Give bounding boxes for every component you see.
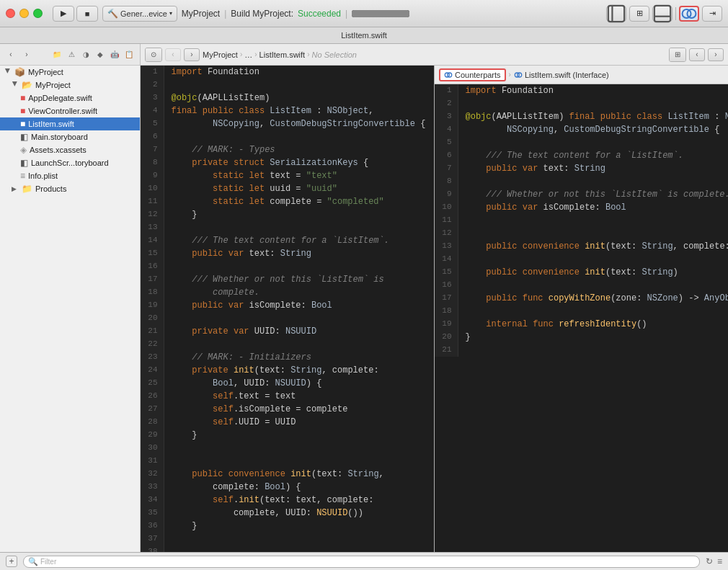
warning-icon[interactable]: ⚠ [65, 49, 78, 61]
project-icon: 📦 [14, 67, 25, 77]
sidebar-item-label: MyProject [35, 81, 136, 89]
table-row: 2 [141, 79, 434, 92]
counterparts-label: Counterparts [455, 71, 501, 79]
sidebar-item-label: ViewController.swift [28, 107, 136, 115]
refresh-icon[interactable]: ↻ [706, 556, 713, 566]
left-code-area[interactable]: 1import Foundation 2 3@objc(AAPLListItem… [141, 66, 434, 552]
sidebar-toggle-button[interactable] [606, 6, 626, 22]
file-tab-title: ListItem.swift [341, 31, 387, 40]
counterparts-tab[interactable]: Counterparts [439, 68, 506, 81]
search-placeholder: Filter [40, 558, 56, 566]
related-files-button[interactable]: ⇥ [702, 6, 722, 22]
arrow-icon: ▶ [12, 81, 19, 89]
sidebar-header: ‹ › 📁 ⚠ ◑ ◆ 🤖 📋 [0, 44, 140, 66]
build-success-label: Succeeded [298, 9, 341, 19]
bc-sep-icon: › [307, 50, 309, 58]
left-breadcrumb: MyProject › … › ListItem.swift › No Sele… [203, 50, 357, 59]
right-code-table: 1import Foundation 2 3@objc(AAPLListItem… [435, 84, 728, 357]
bc-ellipsis[interactable]: … [244, 50, 252, 59]
table-row: 18 [435, 305, 728, 318]
settings-icon[interactable]: ≡ [717, 556, 722, 566]
back-button[interactable]: ‹ [165, 48, 181, 61]
table-row: 7 // MARK: - Types [141, 143, 434, 156]
titlebar: ▶ ■ 🔨 Gener...evice ▾ MyProject | Build … [0, 0, 728, 27]
sidebar-item-myproject[interactable]: ▶ 📂 MyProject [0, 79, 140, 92]
table-row: 19 public var isComplete: Bool [141, 299, 434, 312]
stop-button[interactable]: ■ [76, 6, 98, 22]
split-editor-button[interactable]: ⊞ [670, 48, 685, 61]
table-row: 36 } [141, 520, 434, 533]
build-status-bar: MyProject | Build MyProject: Succeeded | [182, 9, 409, 19]
report-icon[interactable]: 📋 [123, 49, 136, 61]
robot-icon[interactable]: 🤖 [108, 49, 121, 61]
scheme-icon: 🔨 [107, 9, 118, 19]
forward-button[interactable]: › [184, 48, 200, 61]
interface-file-tab[interactable]: ListItem.swift (Interface) [514, 71, 609, 79]
git-icon[interactable]: ◑ [79, 49, 92, 61]
sidebar-item-infoplist[interactable]: ≡ Info.plist [0, 169, 140, 182]
editor-toggle-button[interactable]: ⊞ [629, 6, 649, 22]
table-row: 9 /// Whether or not this `ListItem` is … [435, 188, 728, 201]
sidebar-item-assets[interactable]: ◈ Assets.xcassets [0, 143, 140, 156]
sidebar-item-root[interactable]: ▶ 📦 MyProject [0, 66, 140, 79]
app-window: ▶ ■ 🔨 Gener...evice ▾ MyProject | Build … [0, 0, 728, 570]
bc-selection[interactable]: No Selection [312, 50, 357, 59]
table-row: 12 } [141, 208, 434, 221]
folder-icon[interactable]: 📁 [50, 49, 63, 61]
bc-file[interactable]: ListItem.swift [259, 50, 306, 59]
table-row: 5 NSCopying, CustomDebugStringConvertibl… [141, 117, 434, 130]
debug-toggle-button[interactable] [652, 6, 672, 22]
bottom-bar: + 🔍 Filter ↻ ≡ [0, 552, 728, 570]
table-row: 34 self.init(text: text, complete: [141, 494, 434, 507]
sidebar-item-label: AppDelegate.swift [28, 94, 136, 102]
table-row: 28 self.UUID = UUID [141, 416, 434, 429]
run-button[interactable]: ▶ [53, 6, 74, 22]
right-forward-button[interactable]: › [708, 48, 724, 61]
table-row: 6 /// The text content for a `ListItem`. [435, 149, 728, 162]
table-row: 1import Foundation [141, 66, 434, 79]
editors-row: 1import Foundation 2 3@objc(AAPLListItem… [141, 66, 728, 552]
minimize-button[interactable] [19, 9, 29, 18]
sidebar-item-mainstoryboard[interactable]: ◧ Main.storyboard [0, 130, 140, 143]
sidebar-forward-button[interactable]: › [20, 49, 33, 61]
add-button[interactable]: + [6, 556, 17, 567]
sidebar-item-label: Products [35, 184, 136, 193]
table-row: 25 Bool, UUID: NSUUID) { [141, 377, 434, 390]
sidebar-item-products[interactable]: ▶ 📁 Products [0, 182, 140, 195]
table-row: 15 public var text: String [141, 247, 434, 260]
table-row: 16 [141, 260, 434, 273]
interface-file-label: ListItem.swift (Interface) [525, 71, 609, 79]
counterparts-button[interactable] [679, 6, 699, 22]
storyboard-icon: ◧ [20, 132, 28, 142]
table-row: 29 } [141, 429, 434, 442]
sidebar: ‹ › 📁 ⚠ ◑ ◆ 🤖 📋 ▶ 📦 MyProject ▶ [0, 44, 141, 552]
bc-sep-icon: › [254, 50, 257, 58]
search-bar[interactable]: 🔍 Filter [23, 556, 700, 568]
table-row: 21 private var UUID: NSUUID [141, 325, 434, 338]
bc-project[interactable]: MyProject [203, 50, 238, 59]
sidebar-item-appdelegate[interactable]: ■ AppDelegate.swift [0, 92, 140, 104]
right-code-area[interactable]: 1import Foundation 2 3@objc(AAPLListItem… [435, 84, 728, 552]
svg-rect-2 [654, 5, 670, 21]
standard-editor-button[interactable]: ⊙ [146, 48, 161, 61]
sidebar-item-viewcontroller[interactable]: ■ ViewController.swift [0, 104, 140, 117]
table-row: 3@objc(AAPLListItem) [141, 92, 434, 104]
scheme-selector[interactable]: 🔨 Gener...evice ▾ [102, 6, 177, 22]
sidebar-item-launchscreen[interactable]: ◧ LaunchScr...toryboard [0, 156, 140, 169]
table-row: 10 public var isComplete: Bool [435, 201, 728, 214]
fullscreen-button[interactable] [33, 9, 43, 18]
table-row: 23 // MARK: - Initializers [141, 351, 434, 364]
table-row: 26 self.text = text [141, 390, 434, 403]
table-row: 38 [141, 545, 434, 552]
table-row: 11 static let complete = "completed" [141, 195, 434, 208]
scheme-label: Gener...evice [120, 9, 167, 18]
close-button[interactable] [6, 9, 15, 18]
sidebar-back-button[interactable]: ‹ [4, 49, 17, 61]
right-back-button[interactable]: ‹ [689, 48, 705, 61]
sidebar-item-listitem[interactable]: ■ ListItem.swift [0, 117, 140, 130]
table-row: 8 private struct SerializationKeys { [141, 156, 434, 169]
breakpoint-icon[interactable]: ◆ [94, 49, 107, 61]
toolbar-controls: ▶ ■ [53, 6, 98, 22]
assets-icon: ◈ [20, 145, 27, 155]
table-row: 21 [435, 344, 728, 357]
